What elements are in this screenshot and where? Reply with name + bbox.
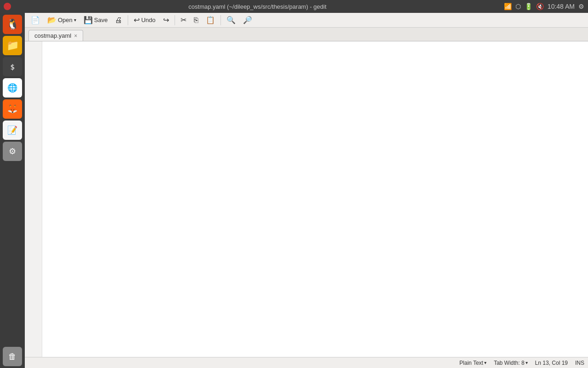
dock-trash-button[interactable]: 🗑	[3, 347, 22, 366]
dock-files-button[interactable]: 📁	[3, 36, 22, 55]
tab-filename: costmap.yaml	[34, 32, 71, 39]
line-numbers	[25, 41, 42, 357]
tab-costmap[interactable]: costmap.yaml ×	[28, 30, 83, 41]
cursor-position: Ln 13, Col 19	[535, 360, 568, 366]
filetype-selector[interactable]: Plain Text ▾	[459, 360, 486, 366]
find-icon: 🔍	[226, 16, 236, 24]
open-chevron: ▾	[74, 17, 76, 23]
titlebar: costmap.yaml (~/dileep_ws/src/thesis/par…	[0, 0, 588, 13]
dock-terminal-button[interactable]: $	[3, 57, 22, 76]
undo-icon: ↩	[134, 16, 140, 24]
filetype-label: Plain Text	[459, 360, 483, 366]
battery-icon: 🔋	[525, 3, 532, 10]
close-button[interactable]	[4, 3, 11, 10]
tabbar: costmap.yaml ×	[25, 28, 588, 41]
redo-icon: ↪	[163, 16, 169, 24]
app-window: 📄 📂 Open ▾ 💾 Save 🖨 ↩ Undo ↪	[25, 13, 588, 368]
tabwidth-chevron: ▾	[526, 360, 528, 365]
paste-button[interactable]: 📋	[203, 14, 218, 26]
print-button[interactable]: 🖨	[112, 15, 125, 26]
open-label: Open	[58, 17, 73, 23]
editor-area[interactable]	[25, 41, 588, 357]
new-button[interactable]: 📄	[28, 14, 43, 26]
new-icon: 📄	[31, 16, 40, 24]
replace-button[interactable]: 🔎	[240, 14, 255, 26]
dock-settings-button[interactable]: ⚙	[3, 142, 22, 161]
bluetooth-icon: ⬡	[515, 3, 521, 10]
toolbar: 📄 📂 Open ▾ 💾 Save 🖨 ↩ Undo ↪	[25, 13, 588, 28]
settings-icon: ⚙	[578, 3, 584, 10]
save-button[interactable]: 💾 Save	[80, 14, 111, 26]
copy-icon: ⎘	[194, 16, 198, 24]
redo-button[interactable]: ↪	[160, 14, 172, 26]
tabwidth-selector[interactable]: Tab Width: 8 ▾	[494, 360, 528, 366]
cut-icon: ✂	[181, 16, 187, 24]
volume-icon: 🔇	[536, 3, 544, 10]
find-button[interactable]: 🔍	[223, 14, 239, 26]
filetype-chevron: ▾	[484, 360, 486, 365]
tabwidth-label: Tab Width: 8	[494, 360, 525, 366]
statusbar: Plain Text ▾ Tab Width: 8 ▾ Ln 13, Col 1…	[25, 357, 588, 368]
undo-button[interactable]: ↩ Undo	[130, 14, 158, 26]
toolbar-sep-1	[128, 15, 128, 25]
tab-close-button[interactable]: ×	[74, 33, 77, 39]
titlebar-title: costmap.yaml (~/dileep_ws/src/thesis/par…	[11, 3, 504, 10]
open-icon: 📂	[47, 16, 57, 24]
undo-label: Undo	[141, 17, 155, 23]
save-icon: 💾	[84, 16, 93, 24]
paste-icon: 📋	[206, 16, 215, 24]
dock-chrome-button[interactable]: 🌐	[3, 78, 22, 98]
dock-firefox-button[interactable]: 🦊	[3, 99, 22, 119]
dock-ubuntu-button[interactable]: 🐧	[3, 15, 22, 34]
dock-texteditor-button[interactable]: 📝	[3, 121, 22, 140]
clock: 10:48 AM	[548, 3, 575, 10]
copy-button[interactable]: ⎘	[191, 15, 202, 26]
titlebar-right: 📶 ⬡ 🔋 🔇 10:48 AM ⚙	[504, 3, 584, 10]
code-content[interactable]	[42, 41, 588, 357]
cut-button[interactable]: ✂	[177, 14, 190, 26]
open-button[interactable]: 📂 Open ▾	[44, 14, 79, 26]
toolbar-sep-3	[220, 15, 221, 25]
dock: 🐧 📁 $ 🌐 🦊 📝 ⚙ 🗑	[0, 13, 25, 368]
titlebar-controls[interactable]	[4, 3, 11, 10]
print-icon: 🖨	[115, 16, 122, 24]
save-label: Save	[94, 17, 108, 23]
network-icon: 📶	[504, 3, 512, 10]
toolbar-sep-2	[175, 15, 175, 25]
replace-icon: 🔎	[243, 16, 252, 24]
insert-mode: INS	[575, 360, 584, 366]
